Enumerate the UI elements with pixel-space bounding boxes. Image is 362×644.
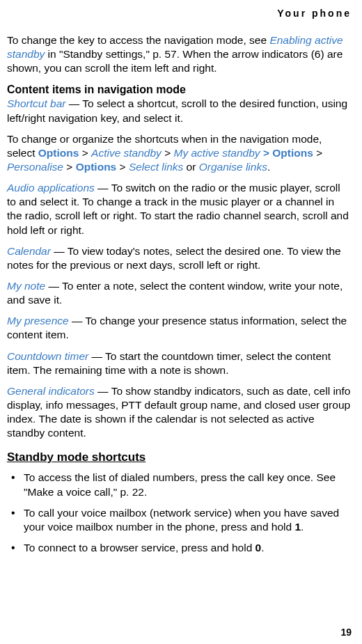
bullet-2-text-a: To call your voice mailbox (network serv…: [24, 507, 339, 533]
my-note-term: My note: [7, 280, 45, 292]
general-indicators-para: General indicators — To show standby ind…: [7, 384, 352, 441]
gt-1: >: [79, 147, 91, 159]
list-item: To call your voice mailbox (network serv…: [7, 506, 352, 534]
gt-4: >: [313, 147, 322, 159]
audio-applications-para: Audio applications — To switch on the ra…: [7, 181, 352, 237]
my-note-para: My note — To enter a note, select the co…: [7, 279, 352, 307]
options-1: Options: [38, 147, 79, 159]
personalise-link: Personalise: [7, 161, 63, 173]
my-active-standby-link: My active standby: [174, 147, 260, 159]
general-indicators-term: General indicators: [7, 385, 95, 397]
calendar-term: Calendar: [7, 245, 51, 257]
options-2: Options: [272, 147, 313, 159]
bullet-2-key: 1: [294, 521, 301, 533]
list-item: To connect to a browser service, press a…: [7, 541, 352, 555]
countdown-timer-para: Countdown timer — To start the countdown…: [7, 350, 352, 377]
gt-2: >: [162, 147, 174, 159]
change-shortcuts-para: To change or organize the shortcuts when…: [7, 132, 352, 174]
intro-text-b: in "Standby settings," p. 57. When the a…: [7, 48, 343, 74]
shortcut-bar-term: Shortcut bar: [7, 97, 65, 109]
calendar-para: Calendar — To view today's notes, select…: [7, 244, 352, 272]
period-1: .: [267, 161, 270, 173]
active-standby-link: Active standby: [91, 147, 162, 159]
gt-5: >: [63, 161, 76, 173]
my-note-text: — To enter a note, select the content wi…: [7, 280, 343, 306]
content-items-heading: Content items in navigation mode: [7, 83, 352, 97]
select-links-link: Select links: [129, 161, 183, 173]
countdown-timer-term: Countdown timer: [7, 350, 88, 362]
intro-paragraph: To change the key to access the navigati…: [7, 33, 352, 75]
list-item: To access the list of dialed numbers, pr…: [7, 471, 352, 498]
bullet-1-text: To access the list of dialed numbers, pr…: [24, 471, 336, 497]
shortcuts-list: To access the list of dialed numbers, pr…: [7, 471, 352, 555]
audio-applications-term: Audio applications: [7, 182, 95, 194]
my-presence-para: My presence — To change your presence st…: [7, 314, 352, 342]
or-text: or: [183, 161, 198, 173]
gt-3: >: [260, 147, 273, 159]
bullet-3-text-a: To connect to a browser service, press a…: [24, 542, 255, 553]
options-3: Options: [76, 161, 117, 173]
bullet-3-key: 0: [255, 542, 262, 553]
calendar-text: — To view today's notes, select the desi…: [7, 245, 341, 271]
my-presence-term: My presence: [7, 315, 69, 327]
gt-6: >: [116, 161, 129, 173]
page-number: 19: [340, 626, 352, 638]
page-header: Your phone: [7, 7, 352, 19]
bullet-3-period: .: [261, 542, 264, 553]
standby-shortcuts-heading: Standby mode shortcuts: [7, 450, 352, 465]
shortcut-bar-para: Shortcut bar — To select a shortcut, scr…: [7, 97, 352, 125]
bullet-2-period: .: [301, 521, 304, 533]
intro-text-a: To change the key to access the navigati…: [7, 34, 269, 46]
organise-links-link: Organise links: [199, 161, 267, 173]
